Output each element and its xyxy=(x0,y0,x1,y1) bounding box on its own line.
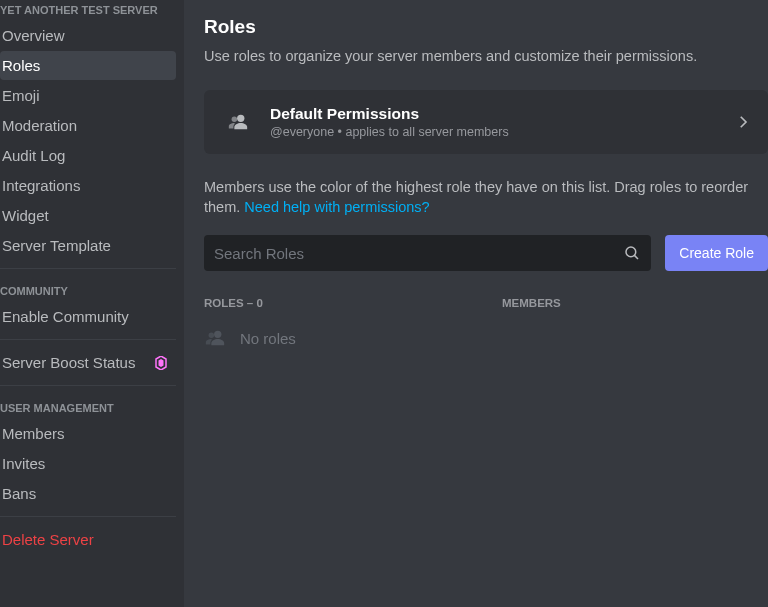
card-subtitle: @everyone • applies to all server member… xyxy=(270,125,734,139)
sidebar-divider xyxy=(0,516,176,517)
svg-point-1 xyxy=(232,117,238,123)
search-icon xyxy=(623,244,641,262)
sidebar-item-widget[interactable]: Widget xyxy=(0,201,176,230)
card-body: Default Permissions @everyone • applies … xyxy=(270,105,734,139)
page-subtitle: Use roles to organize your server member… xyxy=(204,48,768,64)
members-icon xyxy=(204,327,226,349)
chevron-right-icon xyxy=(734,113,752,131)
help-permissions-link[interactable]: Need help with permissions? xyxy=(244,199,429,215)
sidebar-divider xyxy=(0,268,176,269)
sidebar-item-overview[interactable]: Overview xyxy=(0,21,176,50)
main-content: Roles Use roles to organize your server … xyxy=(184,0,768,607)
sidebar-item-moderation[interactable]: Moderation xyxy=(0,111,176,140)
svg-point-0 xyxy=(237,115,244,122)
sidebar-item-server-boost[interactable]: Server Boost Status xyxy=(0,348,176,377)
sidebar-item-invites[interactable]: Invites xyxy=(0,449,176,478)
sidebar-item-roles[interactable]: Roles xyxy=(0,51,176,80)
card-title: Default Permissions xyxy=(270,105,734,123)
sidebar-header-community: Community xyxy=(0,281,184,301)
sidebar-item-enable-community[interactable]: Enable Community xyxy=(0,302,176,331)
svg-point-4 xyxy=(214,331,221,338)
sidebar-divider xyxy=(0,385,176,386)
roles-hint: Members use the color of the highest rol… xyxy=(204,178,768,217)
create-role-button[interactable]: Create Role xyxy=(665,235,768,271)
empty-label: No roles xyxy=(240,330,296,347)
search-roles-wrap[interactable] xyxy=(204,235,651,271)
roles-list-header: Roles – 0 Members xyxy=(204,297,768,309)
roles-empty-state: No roles xyxy=(204,327,768,349)
settings-sidebar: YET ANOTHER TEST SERVER Overview Roles E… xyxy=(0,0,184,607)
sidebar-item-members[interactable]: Members xyxy=(0,419,176,448)
sidebar-divider xyxy=(0,339,176,340)
boost-gem-icon xyxy=(154,356,168,370)
roles-column-header: Roles – 0 xyxy=(204,297,502,309)
sidebar-server-name: YET ANOTHER TEST SERVER xyxy=(0,0,184,20)
svg-point-5 xyxy=(209,333,215,339)
members-column-header: Members xyxy=(502,297,561,309)
sidebar-header-user-mgmt: User Management xyxy=(0,398,184,418)
search-roles-input[interactable] xyxy=(214,245,623,262)
default-permissions-card[interactable]: Default Permissions @everyone • applies … xyxy=(204,90,768,154)
sidebar-item-emoji[interactable]: Emoji xyxy=(0,81,176,110)
sidebar-item-integrations[interactable]: Integrations xyxy=(0,171,176,200)
svg-line-3 xyxy=(635,256,639,260)
page-title: Roles xyxy=(204,16,768,38)
svg-point-2 xyxy=(626,247,636,257)
sidebar-item-delete-server[interactable]: Delete Server xyxy=(0,525,176,554)
members-icon xyxy=(220,104,256,140)
sidebar-item-audit-log[interactable]: Audit Log xyxy=(0,141,176,170)
sidebar-item-bans[interactable]: Bans xyxy=(0,479,176,508)
search-row: Create Role xyxy=(204,235,768,271)
sidebar-item-server-template[interactable]: Server Template xyxy=(0,231,176,260)
